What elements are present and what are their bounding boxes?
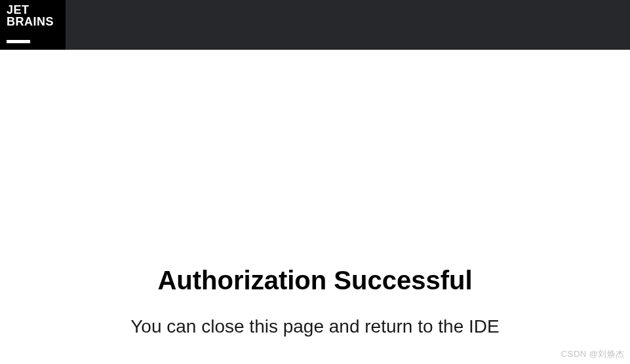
logo-underline (7, 40, 30, 43)
jetbrains-logo[interactable]: JET BRAINS (0, 0, 66, 50)
watermark-text: CSDN @刘焕杰 (561, 348, 625, 360)
page-title: Authorization Successful (0, 266, 630, 295)
logo-text-block: JET BRAINS (7, 4, 59, 27)
logo-line2: BRAINS (7, 16, 59, 27)
logo-line1: JET (7, 4, 59, 16)
page-header: JET BRAINS (0, 0, 630, 50)
page-subtitle: You can close this page and return to th… (0, 316, 630, 337)
main-content: Authorization Successful You can close t… (0, 50, 630, 337)
